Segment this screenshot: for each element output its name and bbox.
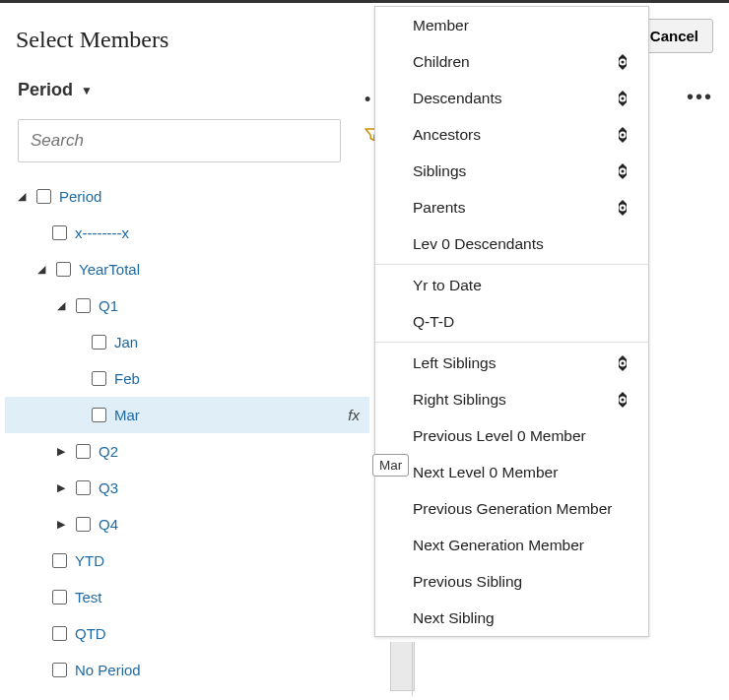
tree-node-period[interactable]: ◢ Period (5, 178, 369, 215)
fx-icon[interactable]: fx (348, 407, 369, 423)
menu-item-prev-gen[interactable]: Previous Generation Member (375, 490, 648, 527)
menu-item-left-siblings[interactable]: Left Siblings (375, 345, 648, 381)
menu-item-children[interactable]: Children (375, 43, 648, 80)
checkbox[interactable] (76, 444, 91, 459)
divider (412, 642, 414, 696)
expand-toggle[interactable]: ◢ (15, 190, 29, 203)
checkbox[interactable] (92, 371, 106, 386)
inclusive-icon[interactable] (613, 390, 632, 410)
menu-item-parents[interactable]: Parents (375, 189, 648, 225)
tree-label[interactable]: No Period (75, 662, 141, 678)
expand-toggle[interactable]: ◢ (54, 299, 68, 312)
checkbox[interactable] (52, 663, 67, 677)
menu-item-right-siblings[interactable]: Right Siblings (375, 381, 648, 417)
tree-node-q1[interactable]: ◢ Q1 (5, 287, 369, 324)
dimension-picker[interactable]: Period ▼ (18, 80, 93, 100)
expand-toggle[interactable]: ▶ (54, 481, 68, 494)
tree-node-noperiod[interactable]: No Period (5, 652, 369, 688)
checkbox[interactable] (36, 189, 51, 204)
checkbox[interactable] (52, 626, 67, 641)
tree-label[interactable]: Q2 (99, 443, 118, 460)
tree-node-q4[interactable]: ▶ Q4 (5, 506, 369, 542)
inclusive-icon[interactable] (613, 89, 632, 108)
dimension-label: Period (18, 80, 73, 100)
menu-separator (375, 342, 648, 343)
menu-item-qtd[interactable]: Q-T-D (375, 303, 648, 340)
expand-toggle[interactable]: ▶ (54, 518, 68, 531)
menu-label: Parents (413, 199, 465, 217)
expand-toggle[interactable]: ◢ (34, 263, 48, 276)
menu-item-next-sibling[interactable]: Next Sibling (375, 600, 648, 636)
menu-separator (375, 264, 648, 265)
checkbox[interactable] (56, 262, 71, 277)
checkbox[interactable] (76, 298, 91, 313)
checkbox[interactable] (52, 590, 67, 605)
checkbox[interactable] (92, 408, 106, 422)
tree-node-feb[interactable]: Feb (5, 360, 369, 397)
menu-label: Descendants (413, 90, 501, 107)
tree-label[interactable]: Q3 (99, 479, 118, 496)
expand-toggle[interactable]: ▶ (54, 445, 68, 458)
menu-item-member[interactable]: Member (375, 7, 648, 43)
checkbox[interactable] (52, 225, 67, 240)
menu-label: Left Siblings (413, 354, 496, 372)
checkbox[interactable] (76, 517, 91, 532)
tree-label[interactable]: YearTotal (79, 261, 140, 278)
menu-label: Ancestors (413, 126, 481, 144)
tree-label[interactable]: x--------x (75, 224, 129, 241)
menu-item-ancestors[interactable]: Ancestors (375, 116, 648, 153)
search-input[interactable] (18, 119, 341, 162)
inclusive-icon[interactable] (613, 161, 632, 181)
svg-point-3 (622, 96, 625, 99)
tree-label[interactable]: YTD (75, 552, 104, 569)
inclusive-icon[interactable] (613, 353, 632, 373)
tree-label[interactable]: Period (59, 188, 101, 205)
tree-node-mar[interactable]: Mar fx (5, 397, 369, 433)
menu-item-prev-sibling[interactable]: Previous Sibling (375, 563, 648, 600)
menu-item-siblings[interactable]: Siblings (375, 153, 648, 189)
menu-item-descendants[interactable]: Descendants (375, 80, 648, 116)
checkbox[interactable] (92, 335, 106, 350)
svg-point-13 (622, 398, 625, 401)
tree-label[interactable]: Test (75, 589, 102, 605)
svg-point-11 (622, 361, 625, 364)
svg-point-7 (622, 169, 625, 172)
ellipsis-icon[interactable]: • (364, 90, 372, 110)
menu-label: Previous Level 0 Member (413, 427, 586, 445)
tree-node-yeartotal[interactable]: ◢ YearTotal (5, 251, 369, 287)
tree-node-q3[interactable]: ▶ Q3 (5, 470, 369, 506)
inclusive-icon[interactable] (613, 198, 632, 218)
inclusive-icon[interactable] (613, 52, 632, 72)
menu-label: Previous Sibling (413, 573, 522, 591)
menu-item-lev0-descendants[interactable]: Lev 0 Descendants (375, 225, 648, 262)
checkbox[interactable] (76, 480, 91, 495)
menu-label: Yr to Date (413, 277, 482, 294)
tree-label[interactable]: Mar (114, 407, 140, 423)
member-tree: ◢ Period x--------x ◢ YearTotal ◢ Q1 Jan… (5, 178, 369, 688)
checkbox[interactable] (52, 553, 67, 568)
page-title: Select Members (16, 27, 168, 53)
tree-node-ytd[interactable]: YTD (5, 542, 369, 579)
kebab-menu-icon[interactable]: ••• (687, 86, 713, 108)
svg-point-1 (622, 60, 625, 63)
menu-item-next-lev0[interactable]: Next Level 0 Member (375, 454, 648, 490)
tree-node-q2[interactable]: ▶ Q2 (5, 433, 369, 470)
tree-label[interactable]: Q1 (99, 297, 118, 314)
tree-node-xdash[interactable]: x--------x (5, 215, 369, 251)
menu-label: Right Siblings (413, 391, 506, 409)
menu-item-next-gen[interactable]: Next Generation Member (375, 527, 648, 563)
tree-node-jan[interactable]: Jan (5, 324, 369, 360)
menu-item-prev-lev0[interactable]: Previous Level 0 Member (375, 417, 648, 454)
inclusive-icon[interactable] (613, 125, 632, 145)
tree-node-qtd[interactable]: QTD (5, 615, 369, 652)
menu-item-yr-to-date[interactable]: Yr to Date (375, 267, 648, 303)
menu-label: Member (413, 17, 469, 34)
menu-label: Previous Generation Member (413, 500, 612, 518)
tree-label[interactable]: Feb (114, 370, 140, 387)
tree-label[interactable]: Q4 (99, 516, 118, 533)
tree-label[interactable]: QTD (75, 625, 106, 642)
tree-label[interactable]: Jan (114, 334, 138, 350)
svg-point-9 (622, 206, 625, 209)
svg-point-5 (622, 133, 625, 136)
tree-node-test[interactable]: Test (5, 579, 369, 615)
